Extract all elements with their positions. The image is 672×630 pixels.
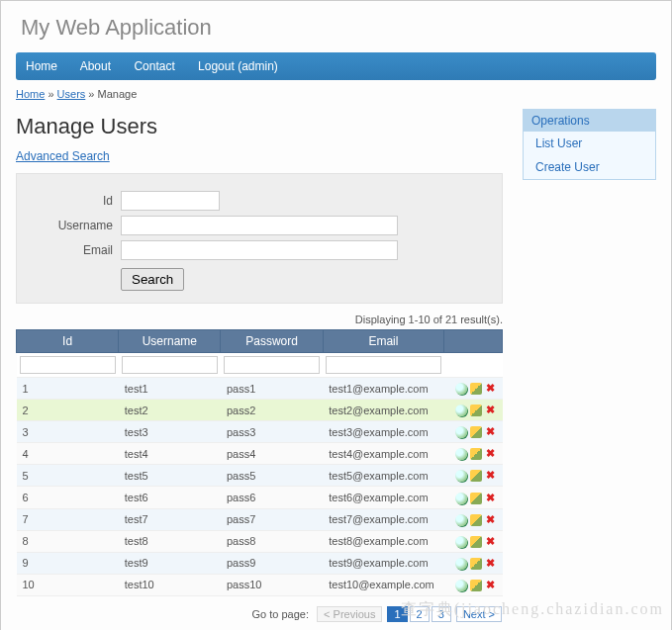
menu-home[interactable]: Home xyxy=(26,59,57,73)
search-username-label: Username xyxy=(27,219,121,232)
table-row[interactable]: 10test10pass10test10@example.com✖ xyxy=(17,574,503,595)
operations-title: Operations xyxy=(524,110,655,132)
search-username-input[interactable] xyxy=(121,216,398,235)
cell-id: 7 xyxy=(17,508,119,530)
table-row[interactable]: 9test9pass9test9@example.com✖ xyxy=(17,552,503,574)
view-icon[interactable] xyxy=(455,383,467,395)
view-icon[interactable] xyxy=(455,536,467,548)
edit-icon[interactable] xyxy=(470,470,482,482)
delete-icon[interactable]: ✖ xyxy=(485,405,497,416)
sidebar-item[interactable]: Create User xyxy=(524,155,655,179)
delete-icon[interactable]: ✖ xyxy=(485,493,497,504)
delete-icon[interactable]: ✖ xyxy=(485,558,497,570)
view-icon[interactable] xyxy=(455,514,467,526)
cell-id: 6 xyxy=(17,487,119,508)
grid-summary: Displaying 1-10 of 21 result(s). xyxy=(16,314,503,325)
edit-icon[interactable] xyxy=(470,383,482,395)
cell-email: test8@example.com xyxy=(323,530,443,552)
edit-icon[interactable] xyxy=(470,558,482,570)
col-id[interactable]: Id xyxy=(17,330,119,353)
app-title: My Web Application xyxy=(16,1,656,52)
search-button[interactable]: Search xyxy=(121,268,184,291)
col-email[interactable]: Email xyxy=(323,330,443,353)
view-icon[interactable] xyxy=(455,405,467,416)
menu-contact[interactable]: Contact xyxy=(134,59,174,73)
edit-icon[interactable] xyxy=(470,448,482,460)
cell-password: pass10 xyxy=(221,574,323,595)
edit-icon[interactable] xyxy=(470,405,482,416)
breadcrumb-users[interactable]: Users xyxy=(57,88,86,100)
cell-id: 5 xyxy=(17,465,119,487)
sidebar-item[interactable]: List User xyxy=(524,132,655,155)
cell-password: pass7 xyxy=(221,508,323,530)
cell-password: pass1 xyxy=(221,378,323,400)
search-email-label: Email xyxy=(27,243,121,257)
edit-icon[interactable] xyxy=(470,426,482,438)
pager-label: Go to page: xyxy=(252,608,310,620)
filter-id-input[interactable] xyxy=(20,356,116,374)
cell-username: test4 xyxy=(119,443,221,465)
edit-icon[interactable] xyxy=(470,580,482,591)
pager-prev[interactable]: < Previous xyxy=(317,606,382,622)
filter-password-input[interactable] xyxy=(224,356,320,374)
cell-email: test4@example.com xyxy=(323,443,443,465)
delete-icon[interactable]: ✖ xyxy=(485,580,497,591)
cell-email: test6@example.com xyxy=(323,487,443,508)
table-row[interactable]: 4test4pass4test4@example.com✖ xyxy=(17,443,503,465)
col-actions xyxy=(444,330,503,353)
edit-icon[interactable] xyxy=(470,536,482,548)
cell-username: test6 xyxy=(119,487,221,508)
cell-id: 2 xyxy=(17,400,119,421)
cell-email: test2@example.com xyxy=(323,400,443,421)
edit-icon[interactable] xyxy=(470,493,482,504)
cell-username: test3 xyxy=(119,421,221,443)
cell-password: pass4 xyxy=(221,443,323,465)
table-row[interactable]: 8test8pass8test8@example.com✖ xyxy=(17,530,503,552)
table-row[interactable]: 5test5pass5test5@example.com✖ xyxy=(17,465,503,487)
cell-password: pass5 xyxy=(221,465,323,487)
filter-email-input[interactable] xyxy=(326,356,440,374)
table-row[interactable]: 3test3pass3test3@example.com✖ xyxy=(17,421,503,443)
main-menu: Home About Contact Logout (admin) xyxy=(16,52,656,80)
edit-icon[interactable] xyxy=(470,514,482,526)
search-id-label: Id xyxy=(27,194,121,208)
menu-logout[interactable]: Logout (admin) xyxy=(198,59,278,73)
filter-username-input[interactable] xyxy=(122,356,218,374)
delete-icon[interactable]: ✖ xyxy=(485,514,497,526)
view-icon[interactable] xyxy=(455,448,467,460)
breadcrumb-home[interactable]: Home xyxy=(16,88,45,100)
col-password[interactable]: Password xyxy=(221,330,323,353)
cell-username: test8 xyxy=(119,530,221,552)
delete-icon[interactable]: ✖ xyxy=(485,448,497,460)
cell-password: pass9 xyxy=(221,552,323,574)
cell-email: test10@example.com xyxy=(323,574,443,595)
view-icon[interactable] xyxy=(455,558,467,570)
cell-email: test3@example.com xyxy=(323,421,443,443)
view-icon[interactable] xyxy=(455,493,467,504)
delete-icon[interactable]: ✖ xyxy=(485,536,497,548)
breadcrumb: Home » Users » Manage xyxy=(16,80,656,106)
table-row[interactable]: 1test1pass1test1@example.com✖ xyxy=(17,378,503,400)
menu-about[interactable]: About xyxy=(80,59,111,73)
view-icon[interactable] xyxy=(455,426,467,438)
users-grid: Id Username Password Email 1test1pas xyxy=(16,329,503,596)
delete-icon[interactable]: ✖ xyxy=(485,383,497,395)
cell-username: test10 xyxy=(119,574,221,595)
cell-email: test9@example.com xyxy=(323,552,443,574)
delete-icon[interactable]: ✖ xyxy=(485,426,497,438)
cell-id: 9 xyxy=(17,552,119,574)
cell-username: test1 xyxy=(119,378,221,400)
table-row[interactable]: 2test2pass2test2@example.com✖ xyxy=(17,400,503,421)
view-icon[interactable] xyxy=(455,470,467,482)
cell-id: 4 xyxy=(17,443,119,465)
search-email-input[interactable] xyxy=(121,240,398,260)
search-id-input[interactable] xyxy=(121,191,220,211)
view-icon[interactable] xyxy=(455,580,467,591)
delete-icon[interactable]: ✖ xyxy=(485,470,497,482)
breadcrumb-current: Manage xyxy=(98,88,138,100)
table-row[interactable]: 7test7pass7test7@example.com✖ xyxy=(17,508,503,530)
cell-password: pass6 xyxy=(221,487,323,508)
advanced-search-link[interactable]: Advanced Search xyxy=(16,149,110,163)
col-username[interactable]: Username xyxy=(119,330,221,353)
table-row[interactable]: 6test6pass6test6@example.com✖ xyxy=(17,487,503,508)
